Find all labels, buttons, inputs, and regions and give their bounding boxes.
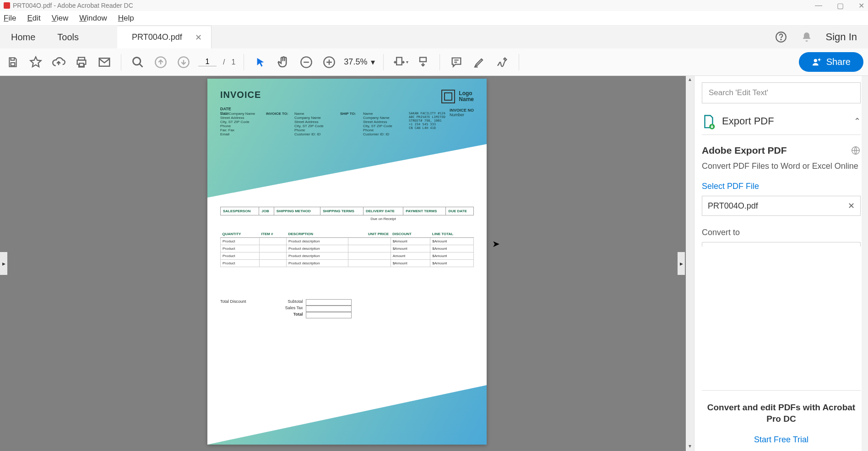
chevron-up-icon: ⌃ — [854, 116, 861, 126]
page-down-icon[interactable] — [175, 54, 192, 70]
svg-rect-4 — [79, 63, 83, 66]
pdf-page: INVOICE LogoName INVOICE NO Number DATE … — [207, 79, 487, 445]
line-items-table: QUANTITY ITEM # DESCRIPTION UNIT PRICE D… — [220, 231, 474, 267]
export-pdf-icon — [702, 114, 716, 128]
sidepanel-scrollbar[interactable] — [862, 76, 868, 451]
window-maximize-button[interactable]: ▢ — [837, 1, 844, 10]
sign-in-button[interactable]: Sign In — [826, 31, 857, 43]
svg-point-6 — [133, 57, 141, 64]
star-icon[interactable] — [27, 54, 44, 70]
svg-point-13 — [814, 59, 817, 62]
from-block: Your Company Name Street Address City, S… — [220, 112, 255, 136]
zoom-level-label: 37.5% — [344, 57, 367, 67]
menu-file[interactable]: File — [4, 14, 16, 23]
window-title: PRT004O.pdf - Adobe Acrobat Reader DC — [13, 2, 815, 9]
window-close-button[interactable]: ✕ — [858, 1, 864, 10]
convert-to-label: Convert to — [702, 228, 861, 237]
comment-icon[interactable] — [448, 54, 465, 70]
export-pdf-section-toggle[interactable]: Export PDF ⌃ — [702, 114, 861, 135]
share-button[interactable]: Share — [799, 52, 863, 72]
scroll-mode-icon[interactable] — [415, 54, 431, 70]
search-icon[interactable] — [130, 54, 146, 70]
export-pdf-title: Export PDF — [722, 115, 847, 127]
toolbar: / 1 37.5% ▾ ▾ Share — [0, 48, 868, 76]
svg-rect-12 — [420, 57, 426, 61]
web-link-icon[interactable] — [851, 145, 861, 156]
chevron-down-icon: ▾ — [371, 57, 375, 67]
right-panel-toggle[interactable]: ▸ — [678, 252, 685, 275]
ship-to-block: Name Company Name Street Address City, S… — [363, 112, 392, 136]
clear-file-button[interactable]: ✕ — [848, 201, 855, 211]
svg-rect-2 — [11, 63, 15, 66]
page-total: 1 — [231, 58, 235, 66]
document-viewport[interactable]: ▸ ➤ INVOICE LogoName INVOICE NO Number D… — [0, 76, 694, 451]
cursor-icon: ➤ — [492, 238, 500, 249]
menu-edit[interactable]: Edit — [27, 14, 40, 23]
page-up-icon[interactable] — [152, 54, 169, 70]
tab-file[interactable]: PRT004O.pdf ✕ — [117, 26, 212, 48]
window-minimize-button[interactable]: — — [815, 1, 822, 10]
date-label: DATE — [220, 107, 474, 111]
select-file-label: Select PDF File — [702, 182, 861, 191]
scroll-down-icon[interactable]: ▾ — [686, 443, 694, 451]
section-title: Adobe Export PDF — [702, 145, 851, 156]
window-titlebar: PRT004O.pdf - Adobe Acrobat Reader DC — … — [0, 0, 868, 11]
tab-home[interactable]: Home — [0, 26, 46, 48]
print-icon[interactable] — [73, 54, 90, 70]
email-icon[interactable] — [96, 54, 113, 70]
promo-block: Convert and edit PDFs with Acrobat Pro D… — [702, 390, 861, 445]
menu-view[interactable]: View — [52, 14, 69, 23]
selected-file-name: PRT004O.pdf — [708, 201, 848, 211]
app-icon — [4, 2, 10, 9]
cloud-upload-icon[interactable] — [50, 54, 67, 70]
page-separator: / — [223, 58, 225, 66]
page-current-input[interactable] — [198, 58, 217, 66]
convert-to-dropdown[interactable] — [702, 242, 861, 247]
menu-window[interactable]: Window — [79, 14, 107, 23]
total-discount-label: Total Discount — [220, 299, 246, 318]
invoice-to-label: INVOICE TO: — [266, 112, 288, 116]
section-description: Convert PDF Files to Word or Excel Onlin… — [702, 161, 861, 172]
logo-block: LogoName — [441, 90, 474, 103]
zoom-out-icon[interactable] — [298, 54, 315, 70]
tab-bar: Home Tools PRT004O.pdf ✕ Sign In — [0, 26, 868, 48]
share-label: Share — [826, 57, 851, 67]
invoice-to-block: Name Company Name Street Address City, S… — [294, 112, 324, 136]
page-footer-decoration — [207, 385, 487, 445]
tab-file-label: PRT004O.pdf — [132, 32, 182, 42]
svg-point-14 — [818, 59, 820, 61]
svg-rect-11 — [396, 57, 402, 64]
left-panel-toggle[interactable]: ▸ — [0, 252, 7, 275]
table-row: ProductProduct description$Amount$Amount — [221, 245, 474, 252]
logo-name: LogoName — [459, 91, 474, 102]
hand-tool-icon[interactable] — [275, 54, 292, 70]
svg-point-1 — [781, 39, 781, 40]
tab-close-button[interactable]: ✕ — [195, 32, 202, 43]
sign-icon[interactable] — [494, 54, 510, 70]
fit-width-icon[interactable]: ▾ — [392, 54, 408, 70]
document-scrollbar[interactable]: ▴ ▾ — [686, 76, 694, 451]
totals-block: Total Discount Subtotal Sales Tax Total — [220, 299, 474, 318]
invoice-no: INVOICE NO Number — [450, 108, 474, 117]
search-tools-input[interactable]: Search 'Edit Text' — [702, 82, 861, 103]
notifications-icon[interactable] — [800, 31, 813, 43]
scroll-up-icon[interactable]: ▴ — [686, 76, 694, 84]
order-info-table: SALESPERSON JOB SHIPPING METHOD SHIPPING… — [220, 207, 474, 222]
selection-tool-icon[interactable] — [252, 54, 269, 70]
tools-side-panel: Search 'Edit Text' Export PDF ⌃ Adobe Ex… — [694, 76, 868, 451]
logo-icon — [441, 90, 455, 103]
table-row: ProductProduct description$Amount$Amount — [221, 260, 474, 267]
save-icon[interactable] — [5, 54, 21, 70]
highlight-icon[interactable] — [471, 54, 488, 70]
table-row: ProductProduct description$Amount$Amount — [221, 238, 474, 245]
menu-help[interactable]: Help — [118, 14, 134, 23]
zoom-level-dropdown[interactable]: 37.5% ▾ — [344, 57, 375, 67]
promo-text: Convert and edit PDFs with Acrobat Pro D… — [702, 402, 861, 425]
tab-tools[interactable]: Tools — [46, 26, 90, 48]
start-free-trial-link[interactable]: Start Free Trial — [702, 435, 861, 445]
table-row: ProductProduct descriptionAmount$Amount — [221, 252, 474, 260]
zoom-in-icon[interactable] — [321, 54, 337, 70]
selected-file-box[interactable]: PRT004O.pdf ✕ — [702, 196, 861, 216]
ship-to-label: SHIP TO: — [340, 112, 356, 116]
help-icon[interactable] — [775, 31, 787, 43]
